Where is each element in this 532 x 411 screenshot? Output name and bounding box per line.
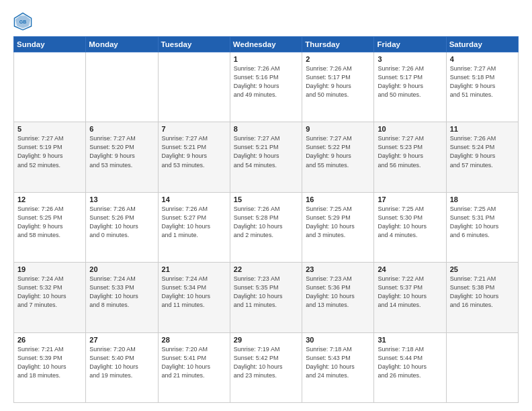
day-info: Sunrise: 7:21 AM Sunset: 5:38 PM Dayligh… — [450, 275, 515, 310]
page: GB SundayMondayTuesdayWednesdayThursdayF… — [0, 0, 532, 411]
calendar-cell: 3Sunrise: 7:26 AM Sunset: 5:17 PM Daylig… — [374, 52, 446, 122]
day-info: Sunrise: 7:27 AM Sunset: 5:23 PM Dayligh… — [378, 134, 442, 169]
calendar-cell: 21Sunrise: 7:24 AM Sunset: 5:34 PM Dayli… — [158, 263, 230, 332]
calendar-cell: 27Sunrise: 7:20 AM Sunset: 5:40 PM Dayli… — [86, 332, 158, 402]
calendar-table: SundayMondayTuesdayWednesdayThursdayFrid… — [13, 36, 519, 403]
calendar-cell: 7Sunrise: 7:27 AM Sunset: 5:21 PM Daylig… — [158, 122, 230, 192]
calendar-cell: 11Sunrise: 7:26 AM Sunset: 5:24 PM Dayli… — [446, 122, 518, 192]
calendar-cell: 31Sunrise: 7:18 AM Sunset: 5:44 PM Dayli… — [374, 332, 446, 402]
day-number: 11 — [450, 125, 515, 133]
calendar-cell: 28Sunrise: 7:20 AM Sunset: 5:41 PM Dayli… — [158, 332, 230, 402]
day-number: 16 — [306, 195, 370, 203]
calendar-cell — [14, 52, 86, 122]
calendar-cell: 2Sunrise: 7:26 AM Sunset: 5:17 PM Daylig… — [302, 52, 374, 122]
day-info: Sunrise: 7:20 AM Sunset: 5:41 PM Dayligh… — [162, 345, 226, 380]
calendar-cell: 25Sunrise: 7:21 AM Sunset: 5:38 PM Dayli… — [446, 263, 518, 332]
calendar-cell: 15Sunrise: 7:26 AM Sunset: 5:28 PM Dayli… — [230, 192, 302, 262]
calendar-cell: 24Sunrise: 7:22 AM Sunset: 5:37 PM Dayli… — [374, 263, 446, 332]
weekday-header-wednesday: Wednesday — [230, 37, 302, 52]
day-number: 21 — [162, 265, 226, 273]
calendar-cell: 1Sunrise: 7:26 AM Sunset: 5:16 PM Daylig… — [230, 52, 302, 122]
calendar-week-1: 1Sunrise: 7:26 AM Sunset: 5:16 PM Daylig… — [14, 52, 519, 122]
day-number: 1 — [234, 55, 298, 63]
day-info: Sunrise: 7:21 AM Sunset: 5:39 PM Dayligh… — [17, 345, 82, 380]
calendar-week-4: 19Sunrise: 7:24 AM Sunset: 5:32 PM Dayli… — [14, 263, 519, 332]
calendar-cell: 4Sunrise: 7:27 AM Sunset: 5:18 PM Daylig… — [446, 52, 518, 122]
day-number: 23 — [306, 265, 370, 273]
day-number: 3 — [378, 55, 442, 63]
calendar-cell: 30Sunrise: 7:18 AM Sunset: 5:43 PM Dayli… — [302, 332, 374, 402]
calendar-cell — [86, 52, 158, 122]
day-info: Sunrise: 7:23 AM Sunset: 5:36 PM Dayligh… — [306, 275, 370, 310]
day-info: Sunrise: 7:24 AM Sunset: 5:34 PM Dayligh… — [162, 275, 226, 310]
day-info: Sunrise: 7:26 AM Sunset: 5:17 PM Dayligh… — [306, 64, 370, 99]
svg-text:GB: GB — [19, 19, 27, 24]
day-number: 28 — [162, 336, 226, 344]
day-number: 6 — [89, 125, 154, 133]
day-number: 26 — [17, 336, 82, 344]
weekday-header-thursday: Thursday — [302, 37, 374, 52]
day-info: Sunrise: 7:26 AM Sunset: 5:26 PM Dayligh… — [89, 205, 154, 240]
day-number: 15 — [234, 195, 298, 203]
day-number: 30 — [306, 336, 370, 344]
calendar-header-row: SundayMondayTuesdayWednesdayThursdayFrid… — [14, 37, 519, 52]
day-info: Sunrise: 7:25 AM Sunset: 5:30 PM Dayligh… — [378, 205, 442, 240]
day-info: Sunrise: 7:24 AM Sunset: 5:33 PM Dayligh… — [89, 275, 154, 310]
day-info: Sunrise: 7:20 AM Sunset: 5:40 PM Dayligh… — [89, 345, 154, 380]
day-number: 5 — [17, 125, 82, 133]
day-number: 31 — [378, 336, 442, 344]
calendar-cell: 16Sunrise: 7:25 AM Sunset: 5:29 PM Dayli… — [302, 192, 374, 262]
day-number: 14 — [162, 195, 226, 203]
day-info: Sunrise: 7:27 AM Sunset: 5:21 PM Dayligh… — [234, 134, 298, 169]
day-number: 25 — [450, 265, 515, 273]
day-number: 20 — [89, 265, 154, 273]
calendar-cell: 18Sunrise: 7:25 AM Sunset: 5:31 PM Dayli… — [446, 192, 518, 262]
calendar-cell: 14Sunrise: 7:26 AM Sunset: 5:27 PM Dayli… — [158, 192, 230, 262]
calendar-cell: 26Sunrise: 7:21 AM Sunset: 5:39 PM Dayli… — [14, 332, 86, 402]
day-number: 17 — [378, 195, 442, 203]
day-number: 7 — [162, 125, 226, 133]
day-info: Sunrise: 7:27 AM Sunset: 5:19 PM Dayligh… — [17, 134, 82, 169]
calendar-cell: 22Sunrise: 7:23 AM Sunset: 5:35 PM Dayli… — [230, 263, 302, 332]
day-info: Sunrise: 7:25 AM Sunset: 5:29 PM Dayligh… — [306, 205, 370, 240]
logo: GB — [13, 12, 35, 31]
day-number: 13 — [89, 195, 154, 203]
header: GB — [13, 12, 519, 31]
day-info: Sunrise: 7:26 AM Sunset: 5:24 PM Dayligh… — [450, 134, 515, 169]
calendar-week-5: 26Sunrise: 7:21 AM Sunset: 5:39 PM Dayli… — [14, 332, 519, 402]
calendar-cell: 19Sunrise: 7:24 AM Sunset: 5:32 PM Dayli… — [14, 263, 86, 332]
calendar-cell: 29Sunrise: 7:19 AM Sunset: 5:42 PM Dayli… — [230, 332, 302, 402]
day-number: 8 — [234, 125, 298, 133]
weekday-header-saturday: Saturday — [446, 37, 518, 52]
day-info: Sunrise: 7:27 AM Sunset: 5:22 PM Dayligh… — [306, 134, 370, 169]
calendar-cell: 23Sunrise: 7:23 AM Sunset: 5:36 PM Dayli… — [302, 263, 374, 332]
logo-icon: GB — [13, 12, 32, 31]
day-number: 19 — [17, 265, 82, 273]
day-number: 4 — [450, 55, 515, 63]
day-info: Sunrise: 7:25 AM Sunset: 5:31 PM Dayligh… — [450, 205, 515, 240]
day-info: Sunrise: 7:26 AM Sunset: 5:27 PM Dayligh… — [162, 205, 226, 240]
day-number: 12 — [17, 195, 82, 203]
calendar-cell: 17Sunrise: 7:25 AM Sunset: 5:30 PM Dayli… — [374, 192, 446, 262]
day-number: 27 — [89, 336, 154, 344]
weekday-header-tuesday: Tuesday — [158, 37, 230, 52]
weekday-header-sunday: Sunday — [14, 37, 86, 52]
day-info: Sunrise: 7:27 AM Sunset: 5:20 PM Dayligh… — [89, 134, 154, 169]
day-number: 29 — [234, 336, 298, 344]
calendar-cell — [158, 52, 230, 122]
calendar-cell: 20Sunrise: 7:24 AM Sunset: 5:33 PM Dayli… — [86, 263, 158, 332]
day-info: Sunrise: 7:23 AM Sunset: 5:35 PM Dayligh… — [234, 275, 298, 310]
calendar-cell: 12Sunrise: 7:26 AM Sunset: 5:25 PM Dayli… — [14, 192, 86, 262]
calendar-cell: 9Sunrise: 7:27 AM Sunset: 5:22 PM Daylig… — [302, 122, 374, 192]
weekday-header-monday: Monday — [86, 37, 158, 52]
day-number: 24 — [378, 265, 442, 273]
calendar-week-3: 12Sunrise: 7:26 AM Sunset: 5:25 PM Dayli… — [14, 192, 519, 262]
day-number: 22 — [234, 265, 298, 273]
day-info: Sunrise: 7:18 AM Sunset: 5:43 PM Dayligh… — [306, 345, 370, 380]
day-number: 18 — [450, 195, 515, 203]
day-info: Sunrise: 7:19 AM Sunset: 5:42 PM Dayligh… — [234, 345, 298, 380]
day-info: Sunrise: 7:26 AM Sunset: 5:16 PM Dayligh… — [234, 64, 298, 99]
day-info: Sunrise: 7:24 AM Sunset: 5:32 PM Dayligh… — [17, 275, 82, 310]
calendar-cell: 6Sunrise: 7:27 AM Sunset: 5:20 PM Daylig… — [86, 122, 158, 192]
day-info: Sunrise: 7:26 AM Sunset: 5:28 PM Dayligh… — [234, 205, 298, 240]
